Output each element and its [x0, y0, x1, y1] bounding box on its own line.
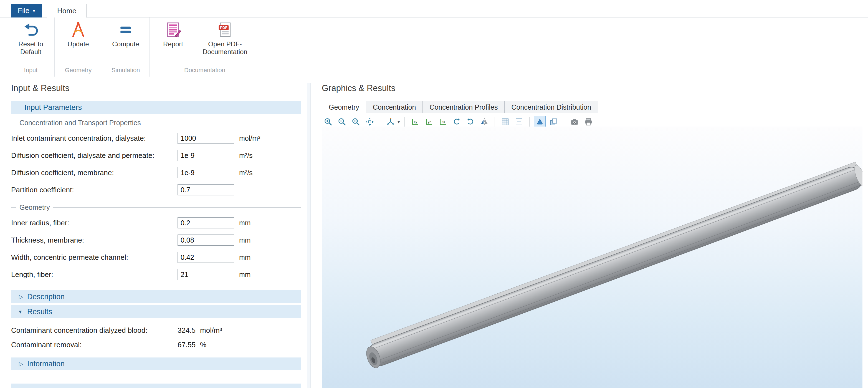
field-label: Diffusion coefficient, dialysate and per… [11, 151, 178, 160]
rotate-counterclockwise-icon[interactable] [451, 116, 462, 128]
ribbon-group-documentation: Report PDF Open PDF-Documentation Docume… [150, 18, 260, 77]
result-row: Contaminant concentration dialyzed blood… [11, 323, 301, 337]
tab-geometry[interactable]: Geometry [322, 101, 366, 113]
rotate-clockwise-icon[interactable] [465, 116, 476, 128]
inner-radius-input[interactable] [178, 217, 234, 229]
ribbon-group-geometry: Update Geometry [55, 18, 102, 77]
pdf-document-icon: PDF [217, 21, 233, 38]
input-results-panel: Input & Results Input Parameters Concent… [11, 83, 301, 370]
tab-home[interactable]: Home [47, 4, 87, 18]
update-button[interactable]: Update [59, 19, 97, 48]
toolbar-separator [529, 117, 530, 126]
diffusion-dialysate-input[interactable] [178, 150, 234, 161]
default-3d-view-icon[interactable] [385, 116, 396, 128]
graphics-canvas[interactable] [322, 126, 863, 388]
svg-text:PDF: PDF [220, 26, 227, 30]
section-results[interactable]: ▾ Results [11, 305, 301, 318]
report-button[interactable]: Report [154, 19, 192, 48]
field-label: Partition coefficient: [11, 186, 178, 194]
section-description[interactable]: ▷ Description [11, 290, 301, 303]
field-unit: mm [239, 236, 251, 244]
field-unit: m²/s [239, 152, 253, 159]
svg-text:zx: zx [442, 120, 445, 124]
field-row: Partition coefficient: [11, 181, 301, 199]
clipped-section-band [11, 384, 301, 388]
transparency-icon[interactable] [534, 116, 546, 128]
membrane-thickness-input[interactable] [178, 235, 234, 246]
tab-concentration-profiles[interactable]: Concentration Profiles [423, 101, 505, 113]
view-xy-icon[interactable]: xy [409, 116, 421, 128]
result-label: Contaminant removal: [11, 340, 178, 349]
geometry-3d-model [322, 126, 863, 388]
panel-scrollbar[interactable] [307, 83, 311, 388]
result-unit: mol/m³ [200, 326, 222, 335]
field-unit: mm [239, 219, 251, 227]
legend-label: Concentration and Transport Properties [20, 119, 141, 127]
graphics-results-panel: Graphics & Results Geometry Concentratio… [322, 83, 863, 388]
result-row: Contaminant removal: 67.55 % [11, 337, 301, 352]
toolbar-separator [495, 117, 495, 126]
show-axes-icon[interactable] [513, 116, 525, 128]
result-unit: % [200, 340, 207, 349]
field-row: Length, fiber: mm [11, 266, 301, 283]
field-unit: mm [239, 271, 251, 279]
file-menu-button[interactable]: File ▾ [11, 4, 42, 18]
ribbon-group-label-geometry: Geometry [59, 64, 97, 77]
print-icon[interactable] [583, 116, 594, 128]
field-row: Diffusion coefficient, membrane: m²/s [11, 164, 301, 181]
report-document-icon [165, 21, 181, 38]
update-compass-icon [70, 21, 87, 38]
group-legend-concentration-transport: Concentration and Transport Properties [11, 119, 301, 127]
section-information[interactable]: ▷ Information [11, 357, 301, 370]
reset-to-default-button[interactable]: Reset to Default [12, 19, 50, 56]
snapshot-camera-icon[interactable] [569, 116, 580, 128]
toolbar-separator [380, 117, 380, 126]
compute-button[interactable]: Compute [106, 19, 145, 48]
field-label: Inlet contaminant concentration, dialysa… [11, 134, 178, 143]
ribbon: File ▾ Home Reset to Default Input [0, 0, 868, 77]
result-value: 324.5 [178, 326, 195, 335]
open-pdf-documentation-label: Open PDF-Documentation [194, 40, 255, 56]
zoom-out-icon[interactable] [336, 116, 348, 128]
view-dropdown-caret-icon[interactable]: ▾ [398, 119, 400, 125]
flip-view-icon[interactable] [478, 116, 490, 128]
field-label: Thickness, membrane: [11, 236, 178, 244]
tab-concentration[interactable]: Concentration [366, 101, 423, 113]
ribbon-tabstrip: File ▾ Home [11, 4, 87, 18]
view-yz-icon[interactable]: yz [423, 116, 435, 128]
input-results-title: Input & Results [11, 83, 301, 93]
chevron-right-icon: ▷ [19, 360, 27, 367]
scene-layers-icon[interactable] [548, 116, 560, 128]
diffusion-membrane-input[interactable] [178, 167, 234, 178]
legend-label: Geometry [20, 203, 50, 211]
file-menu-label: File [18, 6, 29, 15]
view-zx-icon[interactable]: zx [437, 116, 448, 128]
section-input-parameters[interactable]: Input Parameters [11, 101, 301, 114]
compute-label: Compute [112, 40, 139, 48]
permeate-channel-width-input[interactable] [178, 252, 234, 263]
graphics-tabbar: Geometry Concentration Concentration Pro… [322, 101, 863, 113]
field-row: Width, concentric permeate channel: mm [11, 249, 301, 266]
ribbon-group-simulation: Compute Simulation [102, 18, 150, 77]
field-row: Inner radius, fiber: mm [11, 214, 301, 232]
field-label: Diffusion coefficient, membrane: [11, 169, 178, 177]
partition-coefficient-input[interactable] [178, 184, 234, 196]
tab-concentration-distribution[interactable]: Concentration Distribution [504, 101, 598, 113]
toolbar-separator [564, 117, 564, 126]
zoom-in-icon[interactable] [322, 116, 334, 128]
information-label: Information [27, 360, 65, 368]
field-unit: mm [239, 253, 251, 262]
reset-icon [23, 21, 39, 38]
chevron-down-icon: ▾ [33, 8, 35, 14]
svg-text:yz: yz [428, 120, 431, 124]
ribbon-group-label-input: Input [12, 64, 50, 77]
open-pdf-documentation-button[interactable]: PDF Open PDF-Documentation [194, 19, 255, 56]
zoom-box-icon[interactable] [350, 116, 362, 128]
inlet-concentration-input[interactable] [178, 133, 234, 144]
svg-text:xy: xy [414, 120, 417, 124]
group-legend-geometry: Geometry [11, 203, 301, 211]
zoom-extents-icon[interactable] [364, 116, 376, 128]
show-grid-icon[interactable] [499, 116, 511, 128]
ribbon-group-label-documentation: Documentation [154, 64, 255, 77]
fiber-length-input[interactable] [178, 269, 234, 280]
